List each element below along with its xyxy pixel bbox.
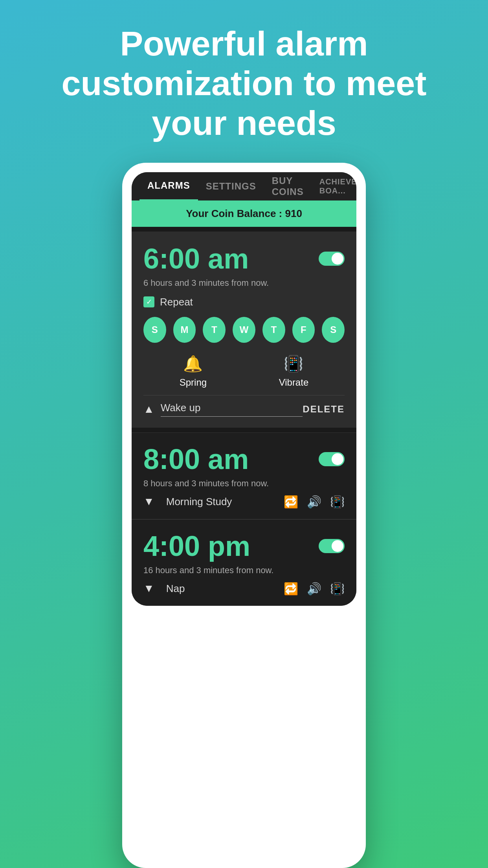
day-sunday[interactable]: S <box>143 317 166 343</box>
delete-button[interactable]: DELETE <box>303 404 345 415</box>
nav-bar: ALARMS SETTINGS BUY COINS ACHIEVEMENT BO… <box>132 172 356 200</box>
sound-vibrate-row: 🔔 Spring 📳 Vibrate <box>143 355 345 388</box>
phone-screen: ALARMS SETTINGS BUY COINS ACHIEVEMENT BO… <box>132 172 356 606</box>
tab-achievement[interactable]: ACHIEVEMENT BOA... <box>312 172 356 200</box>
alarm-3-time: 4:00 pm <box>143 530 250 562</box>
vibrate-compact-icon[interactable]: 📳 <box>330 495 345 509</box>
expand-chevron-3-icon[interactable]: ▼ <box>143 582 154 595</box>
repeat-icon[interactable]: 🔁 <box>284 495 298 509</box>
bell-icon: 🔔 <box>183 355 203 373</box>
day-wednesday[interactable]: W <box>233 317 255 343</box>
day-thursday[interactable]: T <box>262 317 285 343</box>
headline-text: Powerful alarm customization to meet you… <box>62 24 427 142</box>
vibrate-label: Vibrate <box>279 377 309 388</box>
tab-buy-coins[interactable]: BUY COINS <box>264 172 312 200</box>
vibrate-icon: 📳 <box>284 355 303 373</box>
repeat-checkbox[interactable]: ✓ <box>143 296 154 307</box>
alarm-3-time-until: 16 hours and 3 minutes from now. <box>143 565 345 576</box>
tab-alarms[interactable]: ALARMS <box>139 172 198 200</box>
alarm-card-1: 6:00 am 6 hours and 3 minutes from now. … <box>132 232 356 428</box>
alarm-2-toggle[interactable] <box>319 452 345 466</box>
repeat-3-icon[interactable]: 🔁 <box>284 582 298 596</box>
repeat-label: Repeat <box>160 296 193 308</box>
alarm-2-time-until: 8 hours and 3 minutes from now. <box>143 478 345 489</box>
alarm-card-3: 4:00 pm 16 hours and 3 minutes from now.… <box>132 519 356 606</box>
vibrate-3-icon[interactable]: 📳 <box>330 582 345 596</box>
days-row: S M T W T F S <box>143 317 345 343</box>
sound-item[interactable]: 🔔 Spring <box>180 355 207 388</box>
alarm-1-footer: ▲ DELETE <box>143 395 345 417</box>
volume-3-icon[interactable]: 🔊 <box>307 582 321 596</box>
alarm-1-toggle[interactable] <box>319 252 345 266</box>
sound-label: Spring <box>180 377 207 388</box>
expand-chevron-icon[interactable]: ▼ <box>143 495 154 508</box>
alarm-1-time-until: 6 hours and 3 minutes from now. <box>143 278 345 288</box>
volume-icon[interactable]: 🔊 <box>307 495 321 509</box>
alarm-1-name-input[interactable] <box>161 402 303 417</box>
phone-wrapper: ALARMS SETTINGS BUY COINS ACHIEVEMENT BO… <box>122 163 366 868</box>
day-tuesday[interactable]: T <box>203 317 226 343</box>
day-friday[interactable]: F <box>292 317 315 343</box>
alarm-3-toggle[interactable] <box>319 539 345 553</box>
headline: Powerful alarm customization to meet you… <box>30 0 458 163</box>
coin-balance-bar: Your Coin Balance : 910 <box>132 200 356 227</box>
tab-settings[interactable]: SETTINGS <box>198 172 264 200</box>
day-saturday[interactable]: S <box>322 317 345 343</box>
alarm-2-time: 8:00 am <box>143 443 249 475</box>
vibrate-item[interactable]: 📳 Vibrate <box>279 355 309 388</box>
alarm-3-footer: ▼ Nap 🔁 🔊 📳 <box>143 582 345 596</box>
alarm-3-name: Nap <box>166 583 185 595</box>
alarm-1-time: 6:00 am <box>143 243 249 275</box>
alarm-card-2: 8:00 am 8 hours and 3 minutes from now. … <box>132 432 356 519</box>
day-monday[interactable]: M <box>173 317 196 343</box>
repeat-row: ✓ Repeat <box>143 296 345 308</box>
collapse-chevron-icon[interactable]: ▲ <box>143 403 154 416</box>
alarm-2-name: Morning Study <box>166 496 232 508</box>
alarm-2-footer: ▼ Morning Study 🔁 🔊 📳 <box>143 495 345 509</box>
